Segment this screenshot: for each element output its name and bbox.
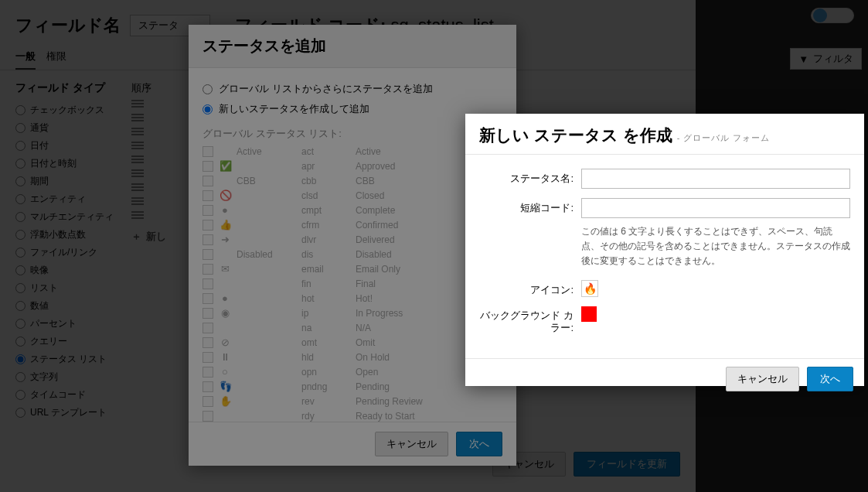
status-name-label: ステータス名:: [479, 169, 574, 186]
icon-picker[interactable]: 🔥: [581, 280, 598, 297]
create-status-dialog: 新しい ステータス を作成 - グローバル フォーム ステータス名: 短縮コード…: [465, 114, 864, 386]
cancel-button[interactable]: キャンセル: [726, 367, 799, 391]
bg-color-picker[interactable]: [581, 306, 597, 322]
short-code-label: 短縮コード:: [479, 198, 574, 215]
short-code-help: この値は 6 文字より長くすることはできず、スペース、句読点、その他の記号を含め…: [581, 224, 850, 269]
bg-color-label: バックグラウンド カラー:: [479, 306, 574, 336]
next-button[interactable]: 次へ: [807, 367, 853, 391]
icon-label: アイコン:: [479, 280, 574, 297]
dialog-subtitle: - グローバル フォーム: [677, 132, 771, 144]
status-name-input[interactable]: [581, 169, 850, 189]
short-code-input[interactable]: [581, 198, 850, 218]
dialog-title: 新しい ステータス を作成: [479, 125, 672, 146]
